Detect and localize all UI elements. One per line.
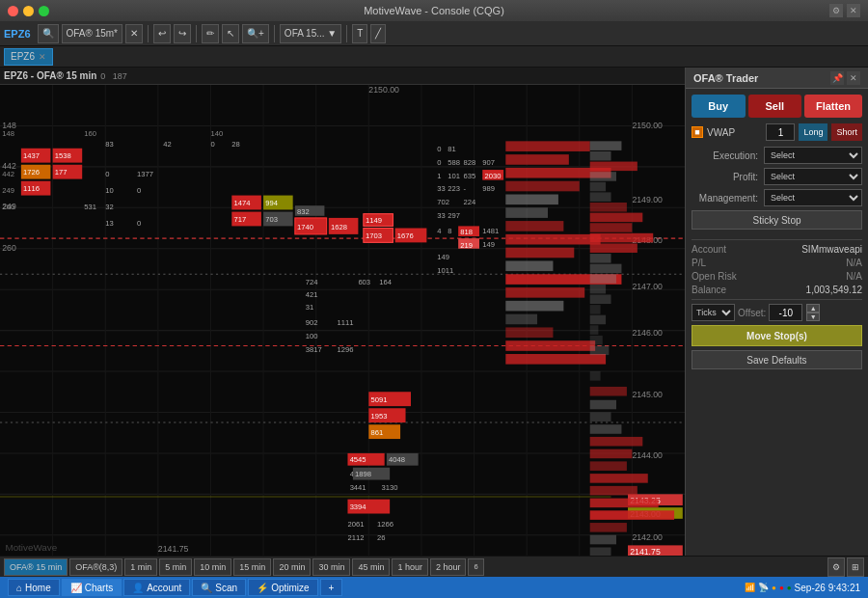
maximize-button[interactable]	[39, 6, 49, 16]
settings-icon[interactable]: ⚙	[829, 4, 843, 17]
redo-button[interactable]: ↪	[174, 24, 191, 43]
tab-5min[interactable]: 5 min	[159, 558, 192, 576]
nav-add[interactable]: +	[320, 579, 343, 596]
svg-text:0: 0	[210, 140, 214, 149]
flatten-button[interactable]: Flatten	[804, 95, 862, 118]
svg-rect-69	[505, 234, 600, 245]
draw-tool[interactable]: ✏	[202, 24, 219, 43]
svg-text:1111: 1111	[338, 318, 354, 327]
svg-rect-207	[590, 510, 674, 520]
close-button[interactable]	[8, 6, 18, 16]
svg-rect-186	[590, 254, 611, 263]
svg-text:8: 8	[448, 227, 451, 235]
svg-text:4048: 4048	[389, 456, 405, 465]
execution-select[interactable]: Select	[764, 147, 862, 164]
svg-text:MotiveWave: MotiveWave	[5, 542, 57, 553]
chart-tools-button[interactable]: ⚙	[827, 557, 845, 577]
svg-rect-68	[505, 221, 563, 231]
sticky-stop-button[interactable]: Sticky Stop	[692, 210, 862, 230]
svg-rect-78	[505, 354, 606, 365]
svg-text:83: 83	[105, 140, 113, 149]
tab-ofa-83[interactable]: OFA®(8,3)	[69, 558, 122, 576]
management-select[interactable]: Select	[764, 189, 862, 206]
nav-home[interactable]: ⌂ Home	[8, 579, 60, 596]
ticks-select[interactable]: Ticks	[692, 304, 735, 321]
titlebar: MotiveWave - Console (CQG) ⚙ ✕	[0, 0, 868, 21]
svg-text:531: 531	[84, 204, 96, 212]
tab-ofa-15min[interactable]: OFA® 15 min	[4, 558, 68, 576]
minimize-button[interactable]	[23, 6, 34, 16]
traffic-lights	[8, 6, 49, 16]
svg-text:2112: 2112	[347, 533, 364, 542]
svg-rect-200	[590, 424, 622, 434]
chart-area[interactable]: EPZ6 - OFA® 15 min 0 187	[0, 68, 685, 556]
account-value: SIMmwaveapi	[801, 244, 862, 255]
search-button[interactable]: 🔍	[38, 24, 59, 43]
tab-epz6[interactable]: EPZ6 ✕	[4, 48, 53, 66]
tab-15min[interactable]: 15 min	[233, 558, 271, 576]
management-label: Management:	[692, 193, 764, 204]
svg-text:4545: 4545	[350, 456, 366, 465]
chart-svg: 148 442 249 260 1437 1538 1726	[0, 85, 685, 556]
vwap-checkbox[interactable]: ■	[692, 126, 703, 138]
move-stop-button[interactable]: Move Stop(s)	[692, 325, 862, 346]
charts-label: Charts	[85, 583, 113, 593]
pointer-tool[interactable]: ↖	[222, 24, 239, 43]
svg-text:421: 421	[306, 290, 318, 299]
tab-close-icon[interactable]: ✕	[39, 52, 46, 62]
close-icon[interactable]: ✕	[847, 4, 860, 17]
undo-button[interactable]: ↩	[153, 24, 171, 43]
tab-10min[interactable]: 10 min	[194, 558, 231, 576]
offset-label: Offset:	[738, 308, 766, 318]
svg-rect-189	[590, 285, 606, 294]
svg-text:33: 33	[437, 184, 445, 193]
layout-button[interactable]: ⊞	[847, 557, 864, 577]
tab-20min[interactable]: 20 min	[273, 558, 311, 576]
svg-text:260: 260	[2, 243, 16, 253]
tab-1hour[interactable]: 1 hour	[392, 558, 428, 576]
sell-button[interactable]: Sell	[748, 95, 802, 118]
tab-2hour[interactable]: 2 hour	[430, 558, 467, 576]
tab-45min[interactable]: 45 min	[352, 558, 390, 576]
nav-optimize[interactable]: ⚡ Optimize	[248, 579, 317, 596]
vwap-row: ■ VWAP Long Short	[692, 123, 862, 141]
zoom-button[interactable]: 🔍+	[242, 24, 269, 43]
svg-rect-177	[590, 162, 637, 172]
signal-icon: 📡	[758, 583, 769, 592]
panel-pin-button[interactable]: 📌	[830, 71, 844, 85]
quantity-input[interactable]	[766, 123, 795, 141]
toolbar-chart-name[interactable]: OFA® 15m*	[62, 24, 123, 43]
chart-canvas[interactable]: 148 442 249 260 1437 1538 1726	[0, 85, 685, 556]
line-tool[interactable]: ╱	[370, 24, 386, 43]
save-defaults-button[interactable]: Save Defaults	[692, 350, 862, 369]
offset-input[interactable]	[769, 304, 802, 321]
dot-icon3: ●	[787, 584, 792, 592]
svg-text:2030: 2030	[484, 172, 501, 180]
panel-close-button[interactable]: ✕	[847, 71, 860, 85]
buy-button[interactable]: Buy	[692, 95, 746, 118]
tab-30min[interactable]: 30 min	[312, 558, 350, 576]
svg-text:0: 0	[437, 145, 441, 153]
nav-account[interactable]: 👤 Account	[123, 579, 190, 596]
pl-label: P/L	[692, 258, 706, 268]
svg-rect-185	[590, 243, 637, 253]
nav-scan[interactable]: 🔍 Scan	[192, 579, 246, 596]
long-button[interactable]: Long	[799, 123, 827, 141]
close-chart-button[interactable]: ✕	[125, 24, 143, 43]
short-button[interactable]: Short	[831, 123, 862, 141]
svg-text:1266: 1266	[377, 520, 393, 529]
text-tool[interactable]: T	[352, 24, 367, 43]
ofa-dropdown[interactable]: OFA 15... ▼	[280, 24, 341, 43]
offset-down-button[interactable]: ▼	[806, 313, 820, 321]
tab-6[interactable]: 6	[468, 558, 483, 576]
svg-rect-190	[590, 294, 611, 304]
offset-up-button[interactable]: ▲	[806, 304, 820, 313]
svg-rect-181	[590, 203, 627, 212]
profit-select[interactable]: Select	[764, 168, 862, 185]
svg-text:2147.00: 2147.00	[632, 282, 663, 291]
balance-value: 1,003,549.12	[806, 285, 862, 295]
nav-charts[interactable]: 📈 Charts	[62, 579, 122, 596]
svg-text:0: 0	[137, 187, 141, 196]
tab-1min[interactable]: 1 min	[124, 558, 157, 576]
account-icon: 👤	[132, 583, 144, 593]
